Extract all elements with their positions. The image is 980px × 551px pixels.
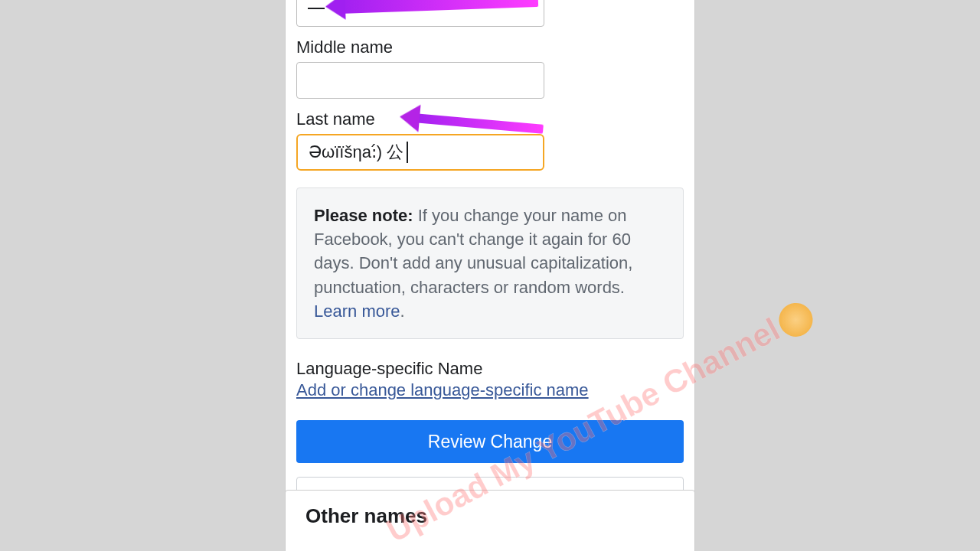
other-names-heading: Other names bbox=[305, 504, 675, 528]
text-caret bbox=[407, 142, 408, 163]
text-glyph bbox=[308, 8, 325, 9]
note-tail: . bbox=[400, 302, 405, 321]
middle-name-label: Middle name bbox=[296, 37, 684, 57]
language-name-link[interactable]: Add or change language-specific name bbox=[296, 380, 684, 400]
review-change-button[interactable]: Review Change bbox=[296, 420, 684, 463]
middle-name-input[interactable] bbox=[296, 62, 544, 99]
other-names-card: Other names bbox=[285, 490, 695, 551]
last-name-value: Ә‎‎ωїїšηa:́) 公 bbox=[309, 141, 403, 164]
language-name-heading: Language-specific Name bbox=[296, 359, 684, 379]
note-lead: Please note: bbox=[314, 206, 413, 225]
name-change-note: Please note: If you change your name on … bbox=[296, 187, 684, 339]
watermark-dot-icon bbox=[773, 297, 819, 343]
last-name-input[interactable]: Ә‎‎ωїїšηa:́) 公 bbox=[296, 134, 544, 171]
name-settings-card: Middle name Last name Ә‎‎ωїїšηa:́) 公 Ple… bbox=[285, 0, 695, 531]
learn-more-link[interactable]: Learn more bbox=[314, 302, 400, 321]
